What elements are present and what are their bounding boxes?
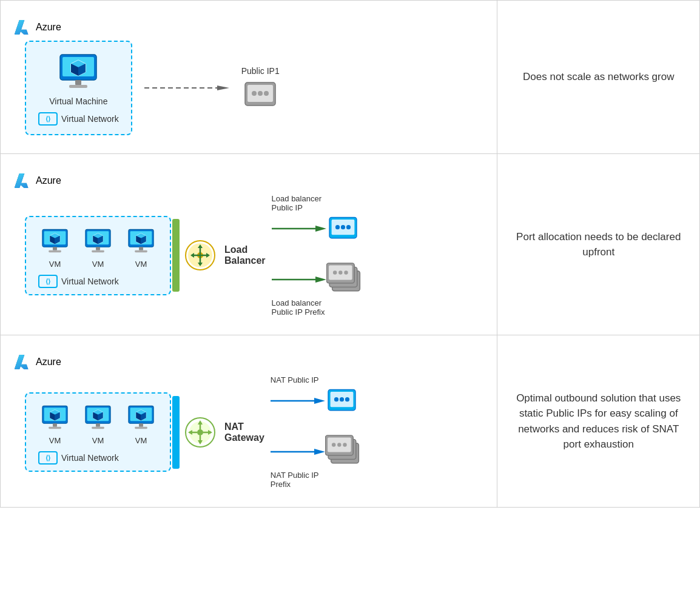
svg-rect-32 [92,250,104,252]
vm-label-row3-2: VM [92,436,104,445]
vm-icon-svg-row3-2 [81,403,115,434]
server-prefix-icon-lb2 [326,263,366,296]
svg-rect-39 [139,247,143,250]
svg-point-60 [346,225,350,229]
svg-rect-84 [96,423,100,427]
load-balancer-icon [184,240,216,271]
nat-title-line1: NAT [224,421,244,432]
nat-output1-label: NAT Public IP [271,375,319,384]
azure-icon-row3 [13,354,32,371]
vm-label-row2-1: VM [49,260,61,269]
lb-icon-section: Load Balancer [184,240,266,271]
vm-label-row2-2: VM [92,260,104,269]
azure-label-row2: Azure [36,175,61,186]
azure-logo-row2: Azure [13,172,485,189]
svg-text:⟨⟩: ⟨⟩ [45,278,50,285]
svg-rect-92 [139,423,143,427]
svg-point-120 [332,443,335,446]
description-cell-row2: Port allocation needs to be declared upf… [497,154,700,335]
vm-icon-row3-3: VM [124,403,158,445]
nat-output1-arrow [271,387,358,414]
row1-diagram-cell: Azure [1,1,497,154]
vm-row-row3: VM [38,403,158,445]
vm-icon-svg-row3-1 [38,403,72,434]
public-ip-icon-row1 [242,79,278,110]
vnet-label-row1: ⟨⟩ Virtual Network [38,112,119,126]
server-icon-nat1 [325,387,358,414]
vm-row-row2: VM [38,227,158,269]
svg-rect-7 [69,85,87,88]
row3-diagram-cell: Azure [1,335,497,508]
lb-connector-row2 [172,219,180,292]
svg-rect-24 [49,250,61,252]
vm-icon-svg-row2-2 [81,227,115,257]
lb-outputs-row2: Load balancer Public IP [272,194,366,317]
server-prefix-icon-nat2 [325,435,365,468]
lb-output1: Load balancer Public IP [272,194,366,242]
svg-marker-115 [314,449,325,455]
svg-point-98 [197,429,203,435]
nat-output2-label: NAT Public IP Prefix [271,471,319,489]
vnet-label-row2: ⟨⟩ Virtual Network [38,275,158,288]
vm-label-row1: Virtual Machine [49,96,107,106]
vm-label-row3-1: VM [49,436,61,445]
lb-title-line2: Balancer [224,255,266,266]
azure-label-row3: Azure [36,357,61,367]
nat-gateway-icon [184,417,216,448]
nat-output2: NAT Public IP Prefix [271,435,365,489]
nat-label-box: NAT Gateway [224,421,264,443]
dashed-arrow-row1 [144,86,229,90]
lb-output2: Load balancer Public IP Prefix [272,263,366,317]
vnet-text-row1: Virtual Network [61,114,119,124]
nat-icon-section: NAT Gateway [184,417,264,448]
arrow-svg-nat1 [271,396,325,406]
lb-label-box: Load Balancer [224,244,266,266]
lb-title-line1: Load [224,244,247,255]
svg-rect-31 [96,247,100,250]
svg-point-112 [340,397,344,401]
svg-point-111 [334,397,338,401]
azure-logo-row1: Azure [13,19,485,36]
svg-marker-108 [314,398,325,404]
lb-output1-arrow [272,215,360,242]
vm-icon-row2-3: VM [124,227,158,269]
description-text-row3: Optimal outbound solution that uses stat… [516,392,681,451]
nat-connector-row3 [172,396,180,469]
description-text-row2: Port allocation needs to be declared upf… [516,231,681,258]
row2-diagram-cell: Azure [1,154,497,335]
svg-rect-40 [135,250,147,252]
vm-label-row2-3: VM [135,260,147,269]
vm-icon-svg-row3-3 [124,403,158,434]
svg-marker-11 [217,86,229,90]
svg-rect-23 [53,247,57,250]
svg-point-113 [345,397,349,401]
svg-point-69 [344,270,348,274]
lb-output2-label: Load balancer Public IP Prefix [272,298,325,317]
lb-output1-label: Load balancer Public IP [272,194,321,212]
nat-output2-arrow [271,435,365,468]
svg-rect-93 [135,427,147,429]
description-text-row1: Does not scale as networks grow [523,71,674,82]
arrow-svg-nat2 [271,447,325,457]
vnet-text-row3: Virtual Network [61,453,119,463]
vnet-icon-row1: ⟨⟩ [38,112,58,126]
virtual-machine-icon [54,52,103,94]
nat-outputs-row3: NAT Public IP [271,375,365,489]
vnet-box-row3: VM [25,392,171,472]
description-cell-row3: Optimal outbound solution that uses stat… [497,335,700,508]
vnet-box-row1: Virtual Machine ⟨⟩ Virtual Network [25,41,132,135]
azure-icon-row2 [13,172,32,189]
azure-logo-row3: Azure [13,354,485,371]
svg-point-59 [340,225,345,229]
svg-point-16 [264,91,269,96]
description-cell-row1: Does not scale as networks grow [497,1,700,154]
azure-icon-row1 [13,19,32,36]
svg-point-67 [333,270,337,274]
vm-label-row3-3: VM [135,436,147,445]
svg-text:⟨⟩: ⟨⟩ [45,454,50,461]
lb-output2-arrow [272,263,366,296]
public-ip-row1: Public IP1 [241,66,280,110]
vnet-label-row3: ⟨⟩ Virtual Network [38,451,158,465]
vm-icon-row2-2: VM [81,227,115,269]
dashed-line-row1 [144,86,229,90]
